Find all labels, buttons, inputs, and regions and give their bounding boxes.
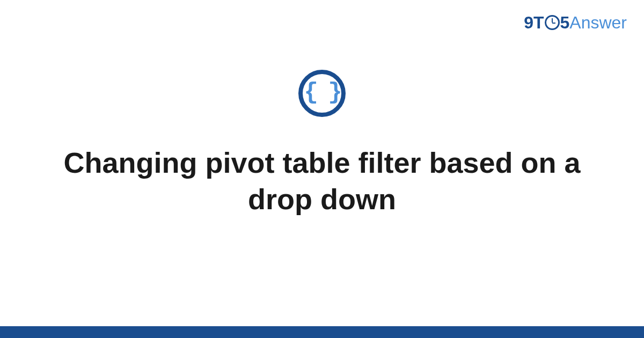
page-title: Changing pivot table filter based on a d… (54, 145, 590, 217)
logo-text-answer: Answer (569, 13, 627, 33)
clock-icon (545, 15, 560, 30)
footer-bar (0, 326, 644, 338)
site-logo: 9T 5 Answer (524, 13, 627, 33)
category-icon-container: { } (298, 70, 346, 117)
logo-text-9t: 9T (524, 13, 544, 33)
icon-circle: { } (298, 70, 346, 117)
code-braces-icon: { } (304, 80, 340, 104)
logo-text-5: 5 (560, 13, 570, 33)
